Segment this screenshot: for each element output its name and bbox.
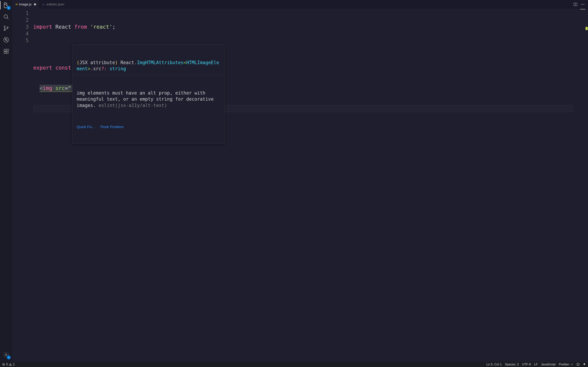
line-number: 4 — [12, 30, 29, 37]
tab-bar: JS Image.js ◎ .eslintrc.json — [12, 0, 588, 9]
svg-point-22 — [577, 363, 579, 366]
activity-explorer[interactable]: 1 — [3, 2, 10, 9]
svg-rect-10 — [7, 49, 9, 51]
file-icon-js: JS — [15, 3, 17, 5]
hover-signature: (JSX attribute) React.ImgHTMLAttributes<… — [72, 57, 224, 75]
svg-point-14 — [581, 4, 582, 5]
line-number: 5 — [12, 37, 29, 44]
warning-marker-icon — [586, 27, 588, 30]
status-eol[interactable]: LF — [534, 363, 538, 366]
line-number: 3 — [12, 23, 29, 30]
activity-settings[interactable]: 1 — [3, 351, 10, 358]
svg-point-0 — [4, 15, 8, 18]
status-encoding[interactable]: UTF-8 — [522, 363, 531, 366]
activity-source-control[interactable] — [3, 25, 10, 32]
quick-fix-link[interactable]: Quick Fix… — [77, 125, 96, 129]
more-actions-icon[interactable] — [581, 2, 585, 7]
svg-point-4 — [7, 27, 8, 28]
activity-bar: 1 1 — [0, 0, 12, 362]
tab-label: Image.js — [19, 2, 32, 6]
editor-column: JS Image.js ◎ .eslintrc.json 1 2 — [12, 0, 588, 362]
hover-message: img elements must have an alt prop, eith… — [72, 87, 224, 111]
status-feedback-icon[interactable] — [576, 363, 579, 366]
editor-pane[interactable]: 1 2 3 4 5 import React from 'react'; exp… — [12, 9, 588, 362]
split-editor-icon[interactable] — [573, 2, 578, 7]
activity-search[interactable] — [3, 13, 10, 20]
error-icon — [2, 363, 5, 366]
svg-rect-7 — [4, 49, 6, 51]
code-line-1: import React from 'react'; — [33, 23, 580, 30]
minimap[interactable] — [580, 9, 585, 362]
status-bar: 0 1 Ln 5, Col 1 Spaces: 2 UTF-8 LF JavaS… — [0, 362, 588, 367]
status-problems[interactable]: 0 1 — [2, 363, 15, 366]
status-prettier[interactable]: Prettier: ✓ — [559, 362, 573, 366]
explorer-badge: 1 — [7, 6, 11, 10]
code-area[interactable]: import React from 'react'; export const … — [33, 9, 580, 362]
line-gutter: 1 2 3 4 5 — [12, 9, 33, 362]
hover-tooltip: (JSX attribute) React.ImgHTMLAttributes<… — [72, 44, 225, 144]
tab-eslintrc[interactable]: ◎ .eslintrc.json — [39, 0, 68, 9]
warning-count: 1 — [13, 363, 15, 366]
activity-extensions[interactable] — [3, 48, 10, 55]
status-bell-icon[interactable] — [583, 363, 586, 366]
editor-actions — [570, 0, 588, 9]
svg-point-24 — [578, 364, 579, 364]
workspace: 1 1 JS Image — [0, 0, 588, 362]
svg-point-11 — [5, 354, 7, 356]
peek-problem-link[interactable]: Peek Problem — [101, 125, 124, 129]
svg-rect-9 — [6, 51, 8, 53]
svg-point-16 — [584, 4, 584, 5]
hover-actions: Quick Fix… Peek Problem — [72, 123, 224, 132]
status-indent[interactable]: Spaces: 2 — [505, 363, 519, 366]
settings-badge: 1 — [7, 355, 11, 359]
svg-point-2 — [4, 26, 5, 27]
svg-point-23 — [578, 364, 578, 364]
dirty-indicator-icon — [34, 3, 36, 5]
line-number: 2 — [12, 17, 29, 23]
svg-line-1 — [7, 18, 9, 19]
activity-debug[interactable] — [3, 36, 10, 43]
svg-point-3 — [4, 30, 5, 31]
status-position[interactable]: Ln 5, Col 1 — [486, 363, 502, 366]
tab-label: .eslintrc.json — [46, 2, 64, 6]
svg-point-21 — [10, 365, 10, 365]
file-icon-eslint: ◎ — [43, 3, 44, 6]
warning-icon — [9, 363, 12, 366]
line-number: 1 — [12, 10, 29, 17]
overview-ruler[interactable] — [585, 9, 588, 362]
tab-image-js[interactable]: JS Image.js — [12, 0, 39, 9]
error-count: 0 — [6, 363, 8, 366]
status-language[interactable]: JavaScript — [541, 363, 556, 366]
svg-rect-8 — [4, 51, 6, 53]
svg-point-15 — [582, 4, 583, 5]
